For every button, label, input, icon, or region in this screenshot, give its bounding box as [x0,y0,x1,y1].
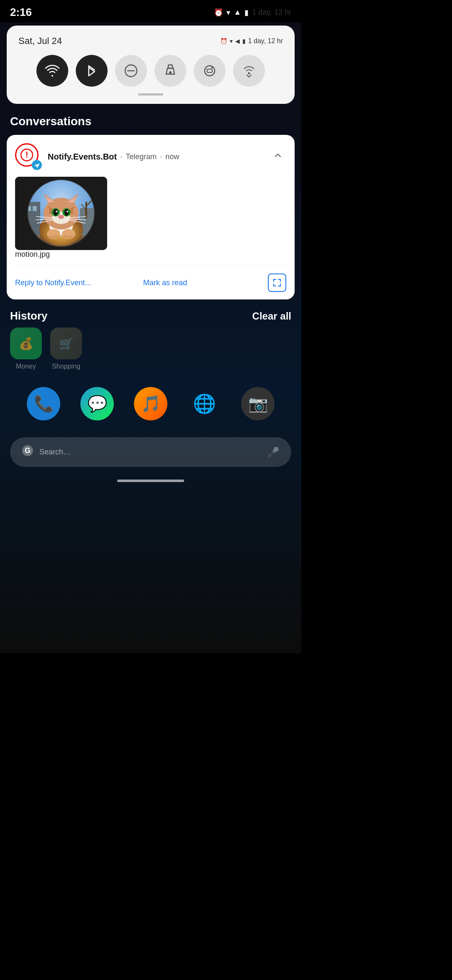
money-app-label: Money [16,363,36,370]
svg-text:!: ! [26,150,28,159]
wifi-icon: ▾ [226,8,230,17]
battery-text: 1 day, 12 hr [252,8,291,17]
conversations-title: Conversations [10,115,92,128]
notif-title-row: Notify.Events.Bot · Telegram · now [48,152,270,162]
reply-button[interactable]: Reply to Notify.Event... [15,277,140,289]
mark-as-read-button[interactable]: Mark as read [140,277,268,289]
clear-all-button[interactable]: Clear all [252,310,291,322]
cat-image [15,177,107,250]
notification-card: ! Notify.Events.Bot · Telegram · now [7,135,295,299]
notif-header: ! Notify.Events.Bot · Telegram · now [15,143,286,170]
qs-battery-icon: ▮ [242,38,246,44]
dock-phone-icon[interactable]: 📞 [27,387,60,420]
notif-dot-1: · [120,152,122,161]
svg-point-5 [248,72,250,75]
svg-point-3 [169,71,172,74]
notif-time: now [165,152,179,161]
qs-toggle-bluetooth[interactable] [76,55,108,87]
shopping-app-icon[interactable]: 🛒 [50,328,82,359]
notif-image-area: motion.jpg [15,177,286,259]
status-time: 2:16 [10,6,32,19]
notif-actions: Reply to Notify.Event... Mark as read [15,266,286,299]
svg-point-45 [54,235,59,238]
qs-toggle-autorotate[interactable] [194,55,226,87]
svg-point-29 [67,211,68,212]
quick-settings-panel: Sat, Jul 24 ⏰ ▾ ◀ ▮ 1 day, 12 hr [7,26,295,104]
search-mic-icon[interactable]: 🎤 [267,446,280,458]
notif-icon-wrap: ! [15,143,42,170]
qs-toggle-dnd[interactable] [115,55,147,87]
qs-date: Sat, Jul 24 [18,36,62,46]
conversations-header: Conversations [0,107,301,133]
svg-rect-4 [207,69,212,72]
svg-point-26 [54,209,58,216]
notif-meta: Notify.Events.Bot · Telegram · now [48,152,270,162]
notif-app-name: Notify.Events.Bot [48,152,117,162]
qs-battery-label: 1 day, 12 hr [248,37,283,45]
svg-point-28 [56,211,57,212]
qs-status-icons: ⏰ ▾ ◀ ▮ 1 day, 12 hr [220,37,283,45]
search-placeholder-text: Search… [39,448,261,456]
app-icons-row: 💰 Money 🛒 Shopping [0,328,301,370]
dock-camera-icon[interactable]: 📷 [241,387,275,420]
search-bar[interactable]: G Search… 🎤 [10,437,291,467]
qs-wifi-icon: ▾ [230,38,233,44]
shopping-app-label: Shopping [52,363,80,370]
notif-filename: motion.jpg [15,250,286,259]
status-icons: ⏰ ▾ ▲ ▮ 1 day, 12 hr [214,8,291,17]
history-section: History Clear all [0,301,301,328]
notif-source: Telegram [126,152,157,161]
qs-toggle-hotspot[interactable] [233,55,265,87]
svg-rect-15 [33,206,37,211]
money-app-icon[interactable]: 💰 [10,328,42,359]
qs-top-row: Sat, Jul 24 ⏰ ▾ ◀ ▮ 1 day, 12 hr [18,36,283,46]
dock-music-icon[interactable]: 🎵 [134,387,167,420]
svg-text:G: G [25,446,31,455]
signal-icon: ▲ [234,8,241,17]
notif-collapse-button[interactable] [270,149,286,165]
app-icon-shopping[interactable]: 🛒 Shopping [50,328,82,370]
dock-messages-icon[interactable]: 💬 [80,387,114,420]
app-icon-money[interactable]: 💰 Money [10,328,42,370]
qs-toggle-wifi[interactable] [36,55,68,87]
home-indicator[interactable] [117,480,184,482]
qs-drag-handle[interactable] [138,93,163,95]
status-bar: 2:16 ⏰ ▾ ▲ ▮ 1 day, 12 hr [0,0,301,22]
history-title: History [10,309,48,322]
qs-toggles-row [18,55,283,87]
battery-icon: ▮ [244,8,249,17]
expand-button[interactable] [268,273,286,292]
svg-point-30 [58,215,64,219]
notif-dot-2: · [160,152,162,161]
dock-browser-icon[interactable]: 🌐 [187,387,221,420]
google-icon: G [22,445,33,459]
dock-row: 📞 💬 🎵 🌐 📷 [0,379,301,429]
svg-point-48 [69,235,74,238]
qs-alarm-icon: ⏰ [220,38,227,44]
qs-toggle-flashlight[interactable] [154,55,186,87]
telegram-badge-icon [32,160,42,170]
qs-signal-icon: ◀ [235,38,240,44]
svg-point-27 [64,209,69,216]
alarm-icon: ⏰ [214,8,223,17]
